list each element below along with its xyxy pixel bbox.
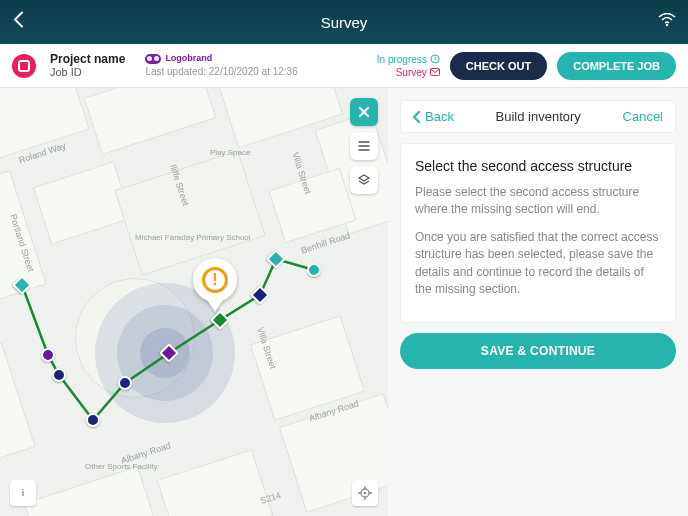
clock-icon (430, 54, 440, 64)
svg-point-0 (666, 24, 668, 26)
job-id-label: Job ID (50, 66, 125, 79)
last-updated-label: Last updated: 22/10/2020 at 12:36 (145, 65, 297, 78)
project-meta: Project name Job ID (50, 52, 125, 80)
back-chevron-icon[interactable] (12, 11, 24, 34)
status-secondary-label: Survey (396, 67, 427, 78)
wifi-icon (658, 13, 676, 31)
save-continue-button[interactable]: SAVE & CONTINUE (400, 333, 676, 369)
map-node[interactable] (307, 263, 321, 277)
panel-cancel-button[interactable]: Cancel (623, 109, 663, 124)
complete-job-button[interactable]: COMPLETE JOB (557, 52, 676, 80)
map-node[interactable] (52, 368, 66, 382)
map-close-button[interactable] (350, 98, 378, 126)
status-in-progress: In progress (377, 54, 440, 65)
side-panel: Back Build inventory Cancel Select the s… (388, 88, 688, 516)
map-node[interactable] (86, 413, 100, 427)
status-survey: Survey (396, 67, 440, 78)
panel-title: Build inventory (496, 109, 581, 124)
panel-paragraph-2: Once you are satisfied that the correct … (415, 229, 661, 299)
map-controls (350, 98, 378, 194)
alert-icon: ! (202, 267, 228, 293)
page-title: Survey (321, 14, 368, 31)
panel-body: Select the second access structure Pleas… (400, 143, 676, 323)
map-attribution-button[interactable]: i (10, 480, 36, 506)
back-label: Back (425, 109, 454, 124)
map-node[interactable] (41, 348, 55, 362)
panel-back-button[interactable]: Back (413, 109, 454, 124)
envelope-icon (430, 68, 440, 76)
map-view[interactable]: Roland Way Iliffe Street Portland Street… (0, 88, 388, 516)
project-name-label: Project name (50, 52, 125, 66)
brand-label: Logobrand (165, 53, 212, 65)
map-locate-button[interactable] (352, 480, 378, 506)
status-primary-label: In progress (377, 54, 427, 65)
project-header: Project name Job ID Logobrand Last updat… (0, 44, 688, 88)
map-list-button[interactable] (350, 132, 378, 160)
map-layers-button[interactable] (350, 166, 378, 194)
brand-logo-icon (145, 54, 161, 64)
brand-block: Logobrand Last updated: 22/10/2020 at 12… (145, 53, 297, 78)
panel-nav: Back Build inventory Cancel (400, 100, 676, 133)
panel-paragraph-1: Please select the second access structur… (415, 184, 661, 219)
panel-heading: Select the second access structure (415, 158, 661, 174)
check-out-button[interactable]: CHECK OUT (450, 52, 547, 80)
selected-structure-pin[interactable]: ! (193, 258, 237, 314)
map-node[interactable] (118, 376, 132, 390)
status-column: In progress Survey (377, 54, 440, 78)
svg-point-4 (364, 492, 367, 495)
top-nav-bar: Survey (0, 0, 688, 44)
project-icon (12, 54, 36, 78)
